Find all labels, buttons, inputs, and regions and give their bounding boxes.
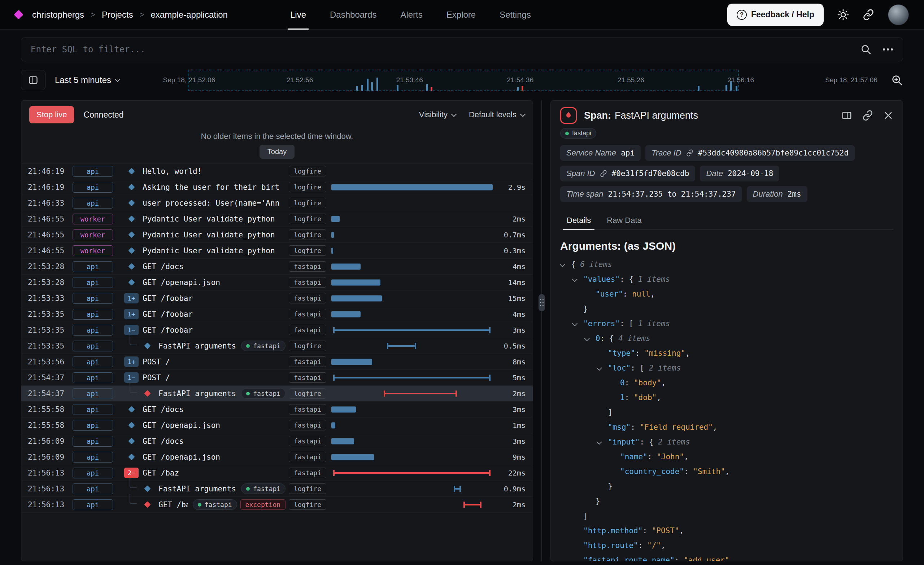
- visibility-dropdown[interactable]: Visibility: [419, 110, 456, 120]
- table-row[interactable]: 21:46:55workerPydantic User validate_pyt…: [21, 243, 533, 259]
- table-row[interactable]: 21:56:09apiGET /openapi.jsonfastapi9ms: [21, 449, 533, 465]
- search-icon[interactable]: [860, 43, 872, 55]
- share-link-icon[interactable]: [862, 9, 874, 21]
- table-row[interactable]: 21:53:35apiFastAPI argumentsfastapilogfi…: [21, 338, 533, 354]
- span-name: POST /: [140, 373, 284, 382]
- tab-alerts[interactable]: Alerts: [388, 0, 434, 30]
- collapse-caret-icon[interactable]: [560, 263, 571, 267]
- chevron-down-icon: [115, 76, 120, 82]
- child-count-badge[interactable]: 1+: [124, 309, 139, 319]
- json-line[interactable]: "errors": [ 1 items: [560, 316, 893, 331]
- table-row[interactable]: 21:46:55workerPydantic User validate_pyt…: [21, 211, 533, 227]
- table-row[interactable]: 21:53:33api1+GET /foobarfastapi15ms: [21, 291, 533, 306]
- breadcrumb-org[interactable]: christophergs: [32, 10, 84, 20]
- json-line[interactable]: "values": { 1 items: [560, 272, 893, 287]
- stop-live-button[interactable]: Stop live: [29, 106, 74, 123]
- feedback-help-button[interactable]: ? Feedback / Help: [727, 4, 824, 26]
- detail-tab-raw-data[interactable]: Raw Data: [600, 211, 648, 229]
- collapse-caret-icon[interactable]: [573, 277, 583, 282]
- sql-filter-input[interactable]: [31, 44, 849, 54]
- chevron-down-icon: [520, 111, 526, 117]
- duration-bar: [332, 184, 493, 190]
- json-line: ]: [560, 405, 893, 420]
- child-count-badge[interactable]: 1−: [124, 325, 139, 335]
- child-count-badge[interactable]: 1+: [124, 293, 139, 303]
- table-row[interactable]: 21:53:35api1+GET /foobarfastapi4ms: [21, 306, 533, 322]
- copy-link-icon[interactable]: [862, 110, 873, 121]
- zoom-in-icon[interactable]: [891, 74, 903, 86]
- user-avatar[interactable]: [888, 4, 909, 25]
- table-row[interactable]: 21:53:56api1+POST /fastapi8ms: [21, 354, 533, 370]
- table-row[interactable]: 21:46:19apiAsking the user for their bir…: [21, 179, 533, 195]
- row-timestamp: 21:46:55: [21, 231, 72, 239]
- json-line: 1: "dob",: [560, 390, 893, 405]
- table-row[interactable]: 21:55:58apiGET /docsfastapi3ms: [21, 402, 533, 417]
- tree-indent: [117, 179, 122, 195]
- close-icon[interactable]: [883, 110, 893, 120]
- table-row[interactable]: 21:54:37api1−POST /fastapi5ms: [21, 370, 533, 386]
- tab-live[interactable]: Live: [278, 0, 318, 30]
- span-name: Pydantic User validate_python: [140, 215, 284, 223]
- row-marker: [122, 439, 140, 444]
- table-row[interactable]: 21:53:28apiGET /docsfastapi4ms: [21, 259, 533, 274]
- duration-track: [332, 465, 495, 481]
- row-marker: 1+: [122, 309, 140, 319]
- table-row[interactable]: 21:56:13apiGET /baz (fofastapiexceptionl…: [21, 497, 533, 513]
- nav-tabs: LiveDashboardsAlertsExploreSettings: [278, 0, 543, 30]
- span-diamond-icon: [144, 390, 150, 397]
- json-line[interactable]: "input": { 2 items: [560, 435, 893, 450]
- attribute-chip[interactable]: Trace ID#53ddc40980a86b57bfe89c1cc01c752…: [645, 145, 855, 161]
- tab-explore[interactable]: Explore: [435, 0, 488, 30]
- breadcrumb-projects[interactable]: Projects: [102, 10, 133, 20]
- service-tag: api: [72, 325, 113, 336]
- timeline-selection[interactable]: [188, 70, 738, 91]
- tab-settings[interactable]: Settings: [488, 0, 543, 30]
- collapse-caret-icon[interactable]: [597, 366, 608, 370]
- child-count-badge[interactable]: 2−: [124, 468, 139, 478]
- timeline-row: Last 5 minutes Sep 18, 21:52:0621:52:562…: [21, 67, 903, 93]
- timeline-chart[interactable]: Sep 18, 21:52:0621:52:5621:53:4621:54:36…: [129, 67, 881, 93]
- breadcrumb-project-name[interactable]: example-application: [151, 10, 228, 20]
- more-options-icon[interactable]: [882, 48, 893, 51]
- logfire-logo-icon[interactable]: [15, 11, 22, 18]
- json-token: "http.method": [583, 523, 642, 538]
- divider-drag-handle[interactable]: [538, 294, 545, 311]
- collapse-caret-icon[interactable]: [585, 337, 596, 340]
- json-line[interactable]: 0: { 4 items: [560, 331, 893, 346]
- theme-toggle-icon[interactable]: [837, 9, 849, 21]
- json-line[interactable]: { 6 items: [560, 257, 893, 272]
- time-range-selector[interactable]: Last 5 minutes: [55, 75, 120, 85]
- row-marker: [122, 232, 140, 237]
- histogram-bar: [371, 82, 373, 91]
- today-button[interactable]: Today: [260, 145, 294, 159]
- json-line[interactable]: "loc": [ 2 items: [560, 361, 893, 376]
- duration-track: [332, 322, 495, 338]
- table-row[interactable]: 21:54:37apiFastAPI argumentsfastapilogfi…: [21, 386, 533, 402]
- tab-dashboards[interactable]: Dashboards: [318, 0, 388, 30]
- span-diamond-icon: [128, 438, 135, 444]
- collapse-caret-icon[interactable]: [573, 322, 583, 326]
- service-tag: api: [72, 404, 113, 415]
- table-row[interactable]: 21:53:35api1−GET /foobarfastapi3ms: [21, 322, 533, 338]
- detail-tab-details[interactable]: Details: [560, 211, 597, 229]
- sidebar-toggle-button[interactable]: [21, 70, 45, 90]
- default-levels-dropdown[interactable]: Default levels: [469, 110, 525, 120]
- table-row[interactable]: 21:46:55workerPydantic User validate_pyt…: [21, 227, 533, 243]
- chip-label: Trace ID: [651, 148, 681, 158]
- json-token: 2 items: [649, 361, 681, 376]
- attribute-chip[interactable]: Span ID#0e31f5fd70e08cdb: [560, 166, 695, 181]
- row-timestamp: 21:56:13: [21, 501, 72, 509]
- tree-indent: [117, 370, 122, 385]
- table-row[interactable]: 21:53:28apiGET /openapi.jsonfastapi14ms: [21, 274, 533, 291]
- collapse-caret-icon[interactable]: [597, 440, 608, 444]
- child-count-badge[interactable]: 1+: [124, 357, 139, 367]
- table-row[interactable]: 21:56:13apiFastAPI argumentsfastapilogfi…: [21, 481, 533, 497]
- table-row[interactable]: 21:46:33apiuser processed: User(name='An…: [21, 195, 533, 211]
- table-row[interactable]: 21:55:58apiGET /openapi.jsonfastapi1ms: [21, 417, 533, 433]
- table-row[interactable]: 21:46:19apiHello, world!logfire: [21, 163, 533, 179]
- table-row[interactable]: 21:56:09apiGET /docsfastapi3ms: [21, 433, 533, 449]
- table-row[interactable]: 21:56:13api2−GET /bazfastapi22ms: [21, 465, 533, 481]
- open-in-panel-icon[interactable]: [842, 110, 852, 121]
- timeline-tick-label: Sep 18, 21:52:06: [163, 76, 216, 84]
- child-count-badge[interactable]: 1−: [124, 372, 139, 383]
